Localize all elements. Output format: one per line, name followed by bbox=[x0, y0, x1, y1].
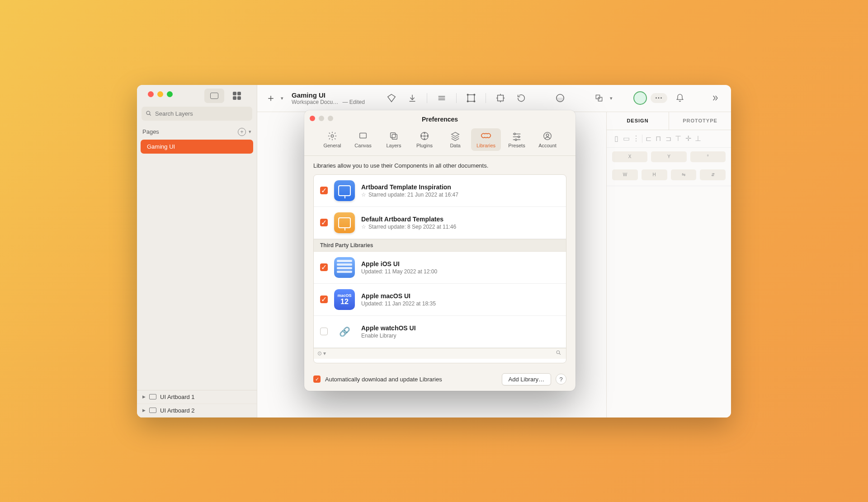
align-vcenter-icon[interactable]: ✛ bbox=[684, 135, 692, 143]
align-distribute-icon[interactable]: ⋮ bbox=[632, 135, 640, 143]
align-left-icon[interactable]: ▯ bbox=[612, 135, 620, 143]
svg-rect-9 bbox=[596, 95, 600, 99]
flip-h-button[interactable]: ⇋ bbox=[671, 169, 697, 180]
tab-prototype[interactable]: PROTOTYPE bbox=[669, 112, 731, 130]
search-input[interactable] bbox=[142, 107, 252, 121]
view-mode-grid-button[interactable] bbox=[227, 89, 247, 103]
align-bottom-icon[interactable]: ⊥ bbox=[694, 135, 702, 143]
library-row[interactable]: ✓ Apple iOS UI Updated: 11 May 2022 at 1… bbox=[314, 252, 566, 284]
prefs-tab-plugins[interactable]: Plugins bbox=[410, 128, 439, 151]
user-avatar[interactable] bbox=[633, 91, 647, 105]
pages-label: Pages bbox=[142, 128, 159, 135]
add-library-button[interactable]: Add Library… bbox=[502, 373, 551, 385]
svg-point-19 bbox=[421, 135, 422, 136]
library-row[interactable]: 🔗 Apple watchOS UI Enable Library bbox=[314, 316, 566, 348]
tool-button[interactable] bbox=[434, 90, 450, 106]
notifications-icon[interactable] bbox=[672, 90, 688, 106]
star-icon: ☆ bbox=[361, 224, 366, 230]
chevron-down-icon[interactable]: ▾ bbox=[610, 95, 613, 101]
align-top-icon[interactable]: ⊤ bbox=[674, 135, 682, 143]
add-page-button[interactable]: + bbox=[238, 128, 246, 136]
align-hcenter-icon[interactable]: ▭ bbox=[622, 135, 630, 143]
group-tool-icon[interactable] bbox=[463, 90, 479, 106]
flip-v-button[interactable]: ⇵ bbox=[700, 169, 726, 180]
resize-tool-icon[interactable] bbox=[591, 90, 607, 106]
pos-x-field[interactable]: X bbox=[612, 151, 647, 162]
prefs-tab-layers[interactable]: Layers bbox=[379, 128, 409, 151]
svg-point-22 bbox=[518, 136, 520, 138]
align-center-icon[interactable]: ⊓ bbox=[654, 135, 662, 143]
document-title-block: Gaming UI Workspace Docu… — Edited bbox=[292, 91, 365, 105]
svg-rect-10 bbox=[599, 97, 602, 101]
svg-line-27 bbox=[559, 353, 561, 355]
rotation-field[interactable]: ° bbox=[690, 151, 726, 162]
app-window: Pages + ▾ Gaming UI ▶ UI Artboard 1 ▶ UI… bbox=[137, 85, 731, 418]
help-button[interactable]: ? bbox=[556, 374, 566, 385]
library-checkbox[interactable]: ✓ bbox=[320, 187, 328, 194]
library-name: Apple iOS UI bbox=[361, 260, 437, 267]
pos-y-field[interactable]: Y bbox=[651, 151, 686, 162]
library-thumbnail-icon bbox=[334, 257, 355, 278]
rotate-tool-icon[interactable] bbox=[513, 90, 529, 106]
library-checkbox[interactable]: ✓ bbox=[320, 296, 328, 303]
preferences-window: Preferences General Canvas Layers Plugin… bbox=[304, 110, 576, 391]
close-window-icon[interactable] bbox=[148, 91, 154, 97]
library-thumbnail-icon bbox=[334, 180, 355, 201]
library-sub: Starred update: 8 Sep 2022 at 11:46 bbox=[368, 224, 456, 230]
mask-tool-icon[interactable] bbox=[552, 90, 568, 106]
library-name: Default Artboard Templates bbox=[361, 216, 456, 223]
doc-edited: — Edited bbox=[343, 99, 365, 105]
svg-point-17 bbox=[424, 132, 425, 133]
artboard-icon bbox=[149, 394, 156, 399]
disclosure-icon[interactable]: ▶ bbox=[142, 394, 146, 399]
height-field[interactable]: H bbox=[642, 169, 667, 180]
prefs-tabbar: General Canvas Layers Plugins Data Libra… bbox=[304, 126, 576, 156]
svg-rect-2 bbox=[468, 95, 475, 102]
section-header: Third Party Libraries bbox=[314, 239, 566, 252]
library-checkbox[interactable] bbox=[320, 328, 328, 335]
library-checkbox[interactable]: ✓ bbox=[320, 219, 328, 226]
library-row[interactable]: ✓ Artboard Template Inspiration ☆Starred… bbox=[314, 175, 566, 207]
align-left2-icon[interactable]: ⊏ bbox=[644, 135, 652, 143]
svg-point-20 bbox=[427, 135, 428, 136]
window-traffic-lights bbox=[142, 85, 179, 101]
prefs-tab-libraries[interactable]: Libraries bbox=[471, 128, 501, 151]
toolbar: ＋ ▾ Gaming UI Workspace Docu… — Edited bbox=[257, 85, 731, 112]
auto-download-checkbox[interactable]: ✓ bbox=[313, 375, 321, 383]
libraries-list: ✓ Artboard Template Inspiration ☆Starred… bbox=[313, 174, 566, 363]
tool-button[interactable] bbox=[404, 90, 420, 106]
layers-section: ▶ UI Artboard 1 ▶ UI Artboard 2 bbox=[137, 390, 257, 418]
width-field[interactable]: W bbox=[612, 169, 638, 180]
prefs-tab-presets[interactable]: Presets bbox=[502, 128, 532, 151]
prefs-tab-general[interactable]: General bbox=[317, 128, 347, 151]
collaborators-more-button[interactable]: ··· bbox=[651, 93, 667, 103]
search-icon[interactable] bbox=[551, 349, 566, 357]
filter-dropdown[interactable]: ⊙ ▾ bbox=[314, 350, 330, 357]
transform-tool-icon[interactable] bbox=[492, 90, 509, 106]
symbol-tool-icon[interactable] bbox=[383, 90, 400, 106]
prefs-footer: ✓ Automatically download and update Libr… bbox=[304, 368, 576, 391]
library-thumbnail-icon bbox=[334, 212, 355, 233]
prefs-tab-account[interactable]: Account bbox=[533, 128, 562, 151]
zoom-window-icon[interactable] bbox=[167, 91, 173, 97]
zoom-icon bbox=[328, 116, 333, 121]
layer-row[interactable]: ▶ UI Artboard 2 bbox=[137, 404, 257, 418]
layer-label: UI Artboard 1 bbox=[160, 394, 195, 400]
minimize-window-icon[interactable] bbox=[157, 91, 163, 97]
disclosure-icon[interactable]: ▶ bbox=[142, 408, 146, 413]
library-row[interactable]: ✓ macOS12 Apple macOS UI Updated: 11 Jan… bbox=[314, 284, 566, 316]
chevron-down-icon[interactable]: ▾ bbox=[249, 129, 251, 135]
prefs-tab-data[interactable]: Data bbox=[440, 128, 470, 151]
page-item-active[interactable]: Gaming UI bbox=[141, 140, 253, 154]
view-mode-canvas-button[interactable] bbox=[204, 89, 224, 103]
close-icon[interactable] bbox=[310, 116, 315, 121]
layer-row[interactable]: ▶ UI Artboard 1 bbox=[137, 390, 257, 404]
prefs-tab-canvas[interactable]: Canvas bbox=[348, 128, 378, 151]
library-row[interactable]: ✓ Default Artboard Templates ☆Starred up… bbox=[314, 207, 566, 239]
tab-design[interactable]: DESIGN bbox=[607, 112, 669, 130]
expand-panel-icon[interactable] bbox=[707, 90, 723, 106]
align-right-icon[interactable]: ⊐ bbox=[664, 135, 672, 143]
chevron-down-icon[interactable]: ▾ bbox=[281, 95, 283, 101]
library-checkbox[interactable]: ✓ bbox=[320, 263, 328, 271]
insert-menu-button[interactable]: ＋ bbox=[265, 93, 276, 103]
